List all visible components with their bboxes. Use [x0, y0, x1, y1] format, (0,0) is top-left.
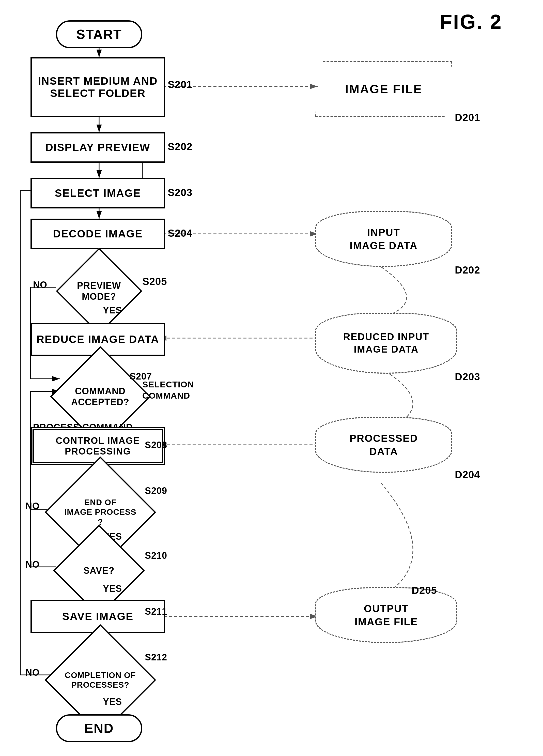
data-d203-label: REDUCED INPUTIMAGE DATA	[343, 331, 429, 356]
step-s203: SELECT IMAGE	[31, 178, 165, 208]
selection-command-note: SELECTIONCOMMAND	[142, 379, 194, 401]
label-d204: D204	[455, 469, 480, 480]
label-d201: D201	[455, 112, 480, 123]
step-s204-label: DECODE IMAGE	[53, 228, 143, 240]
flowchart-diagram: FIG. 2	[0, 0, 543, 756]
label-s204: S204	[168, 228, 192, 239]
step-s205: PREVIEWMODE?	[56, 269, 142, 313]
label-s203: S203	[168, 187, 192, 198]
step-s210-label: SAVE?	[83, 565, 114, 576]
step-s202: DISPLAY PREVIEW	[31, 132, 165, 163]
step-s204: DECODE IMAGE	[31, 219, 165, 249]
label-d202: D202	[455, 264, 480, 276]
data-d203: REDUCED INPUTIMAGE DATA	[315, 313, 457, 374]
step-s211-label: SAVE IMAGE	[62, 610, 134, 623]
step-s207-label: COMMANDACCEPTED?	[71, 386, 129, 407]
data-d202-label: INPUTIMAGE DATA	[350, 226, 417, 252]
step-s201-label: INSERT MEDIUM ANDSELECT FOLDER	[38, 75, 158, 99]
label-s208: S208	[145, 440, 167, 450]
end-node: END	[56, 714, 142, 742]
label-s210: S210	[145, 550, 167, 561]
label-s202: S202	[168, 141, 192, 153]
no-s210: NO	[25, 559, 40, 570]
step-s205-label: PREVIEWMODE?	[77, 280, 121, 302]
data-d204-label: PROCESSEDDATA	[349, 432, 418, 458]
step-s212-label: COMPLETION OFPROCESSES?	[65, 670, 136, 690]
start-node: START	[56, 20, 142, 48]
label-s205: S205	[142, 276, 167, 287]
step-s202-label: DISPLAY PREVIEW	[46, 141, 151, 154]
no-s212: NO	[25, 667, 40, 678]
data-d202: INPUTIMAGE DATA	[315, 211, 452, 267]
no-s209: NO	[25, 501, 40, 511]
step-s203-label: SELECT IMAGE	[55, 187, 141, 199]
label-s209: S209	[145, 486, 167, 496]
data-d201: IMAGE FILE	[315, 61, 452, 117]
label-d203: D203	[455, 371, 480, 383]
label-d205: D205	[412, 585, 437, 596]
label-s201: S201	[168, 79, 192, 90]
yes-s205: YES	[103, 305, 122, 316]
step-s209-label: END OFIMAGE PROCESS?	[64, 497, 136, 527]
data-d205-label: OUTPUTIMAGE FILE	[355, 602, 418, 628]
data-d204: PROCESSEDDATA	[315, 417, 452, 473]
step-s210: SAVE?	[53, 549, 145, 592]
yes-s212: YES	[103, 697, 122, 707]
label-s211: S211	[145, 606, 167, 617]
no-s205: NO	[33, 280, 47, 290]
label-s212: S212	[145, 652, 167, 663]
yes-s210: YES	[103, 583, 122, 594]
figure-title: FIG. 2	[440, 10, 502, 34]
step-s212: COMPLETION OFPROCESSES?	[44, 651, 156, 709]
step-s206-label: REDUCE IMAGE DATA	[37, 333, 159, 345]
step-s201: INSERT MEDIUM ANDSELECT FOLDER	[31, 57, 165, 117]
